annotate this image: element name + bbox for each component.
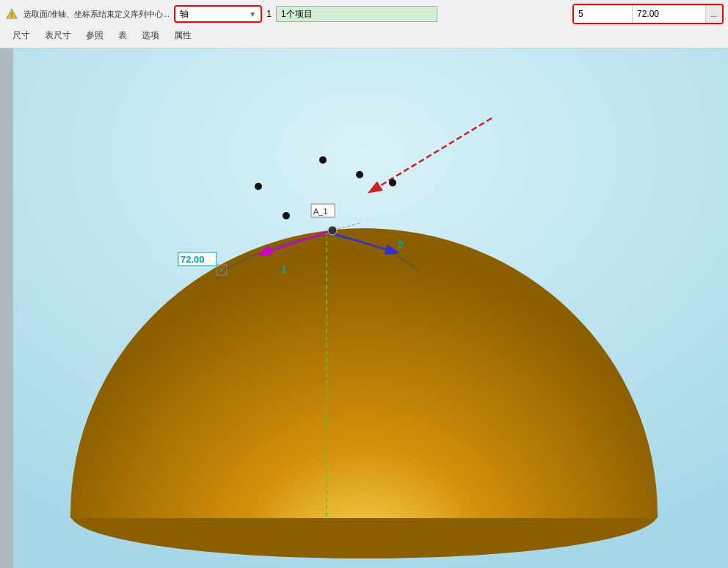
svg-point-18 <box>255 183 262 190</box>
toolbar-tabs: 尺寸 表尺寸 参照 表 选项 属性 <box>3 26 725 46</box>
axis-label: 轴 <box>180 8 189 21</box>
viewport: 72.00 1 2 A_1 <box>0 48 728 568</box>
btn-label: ... <box>711 10 717 18</box>
svg-text:72.00: 72.00 <box>181 254 205 265</box>
tab-properties[interactable]: 属性 <box>167 27 198 44</box>
num-value: 5 <box>578 9 583 19</box>
svg-point-20 <box>389 179 396 186</box>
tab-reference[interactable]: 参照 <box>79 27 110 44</box>
angle-value: 72.00 <box>637 9 659 19</box>
svg-rect-3 <box>0 48 13 568</box>
count-field: 1个项目 <box>276 6 437 22</box>
tab-table[interactable]: 表 <box>112 27 134 44</box>
right-fields-group: 5 72.00 ... <box>572 4 724 24</box>
svg-text:!: ! <box>11 11 13 18</box>
svg-text:1: 1 <box>281 263 287 275</box>
tab-options[interactable]: 选项 <box>135 27 166 44</box>
num-field[interactable]: 5 <box>574 5 633 23</box>
svg-point-17 <box>319 156 327 164</box>
count-value: 1个项目 <box>281 8 313 21</box>
main-svg: 72.00 1 2 A_1 <box>0 48 728 568</box>
dropdown-arrow: ▼ <box>249 10 256 18</box>
angle-field[interactable]: 72.00 <box>633 5 706 23</box>
svg-point-22 <box>328 226 337 235</box>
toolbar-row1: ! 选取面/准轴、坐标系结束定义库列中心... 轴 ▼ 1 1个项目 5 72.… <box>3 1 725 26</box>
svg-point-19 <box>356 171 363 178</box>
tab-table-size[interactable]: 表尺寸 <box>38 27 78 44</box>
count-prefix: 1 <box>266 9 272 19</box>
hint-icon: ! <box>4 7 19 21</box>
hint-text: 选取面/准轴、坐标系结束定义库列中心... <box>23 9 170 20</box>
svg-text:2: 2 <box>398 239 404 250</box>
tab-size[interactable]: 尺寸 <box>6 27 37 44</box>
axis-dropdown[interactable]: 轴 ▼ <box>174 5 262 23</box>
svg-text:A_1: A_1 <box>313 207 328 216</box>
toolbar: ! 选取面/准轴、坐标系结束定义库列中心... 轴 ▼ 1 1个项目 5 72.… <box>0 0 728 48</box>
svg-point-21 <box>283 212 290 219</box>
field-btn[interactable]: ... <box>706 5 722 23</box>
